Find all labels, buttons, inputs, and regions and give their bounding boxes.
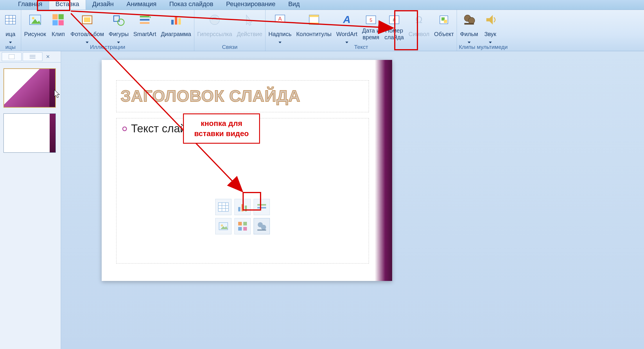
svg-marker-69	[54, 90, 59, 98]
svg-marker-42	[486, 15, 493, 25]
current-slide[interactable]: ЗАГОЛОВОК СЛАЙДА Текст слай	[102, 60, 392, 281]
ribbon-table-label: ица	[6, 27, 15, 41]
ribbon-wordart-button[interactable]: A WordArt	[335, 12, 358, 43]
dropdown-arrow-icon	[345, 42, 348, 43]
headerfooter-icon	[307, 13, 321, 27]
ribbon-smartart-button[interactable]: SmartArt	[132, 12, 157, 41]
content-insert-icons	[215, 199, 270, 234]
ribbon-textbox-button[interactable]: A Надпись	[267, 12, 293, 43]
panel-tab-slides[interactable]	[2, 52, 21, 61]
insert-chart-icon[interactable]	[234, 199, 251, 215]
sound-icon	[483, 13, 497, 27]
slideno-icon: #	[387, 13, 401, 27]
ribbon-headerfooter-button[interactable]: Колонтитулы	[295, 12, 333, 41]
shapes-icon	[112, 13, 125, 27]
group-label-text: Текст	[267, 43, 455, 50]
panel-close-button[interactable]: ×	[44, 52, 52, 61]
svg-text:5: 5	[369, 17, 372, 23]
ribbon-textbox-label: Надпись	[268, 27, 292, 41]
svg-rect-60	[238, 222, 242, 226]
object-icon	[437, 13, 451, 27]
svg-rect-38	[444, 20, 447, 23]
insert-picture-icon[interactable]	[215, 218, 232, 234]
svg-text:Ω: Ω	[415, 14, 423, 25]
ribbon-table-button[interactable]: ица	[2, 12, 19, 43]
ribbon-picture-button[interactable]: Рисунок	[23, 12, 47, 41]
annotation-label: кнопка для вставки видео	[183, 113, 260, 144]
dropdown-arrow-icon	[279, 42, 281, 43]
svg-rect-22	[178, 18, 181, 25]
ribbon-clip-label: Клип	[52, 27, 65, 41]
group-label-illustrations: Иллюстрации	[23, 43, 192, 50]
group-label-media: Клипы мультимеди	[459, 43, 507, 50]
ribbon-smartart-label: SmartArt	[133, 27, 156, 41]
svg-point-58	[221, 224, 223, 227]
ribbon-symbol-label: Символ	[408, 27, 429, 41]
svg-rect-54	[245, 206, 247, 211]
ribbon-group-tables: ица ицы	[0, 10, 21, 51]
group-label-tables: ицы	[2, 43, 19, 50]
svg-point-15	[118, 19, 124, 25]
ribbon-clip-button[interactable]: Клип	[49, 12, 67, 41]
group-label-links: Связи	[196, 43, 263, 50]
dropdown-arrow-icon	[468, 42, 471, 43]
insert-clipart-icon[interactable]	[234, 218, 251, 234]
textbox-icon: A	[273, 13, 287, 27]
ribbon-shapes-button[interactable]: Фигуры	[107, 12, 130, 43]
ribbon-photoalbum-button[interactable]: Фотоальбом	[69, 12, 105, 43]
title-placeholder[interactable]: ЗАГОЛОВОК СЛАЙДА	[116, 80, 369, 112]
svg-rect-16	[140, 16, 150, 17]
dropdown-arrow-icon	[117, 42, 120, 43]
panel-tab-outline[interactable]	[23, 52, 42, 61]
ribbon-slideno-button[interactable]: # Номер слайда	[383, 12, 405, 41]
ribbon-datetime-button[interactable]: 5 Дата и время	[361, 12, 381, 41]
svg-marker-19	[150, 17, 151, 18]
slide-thumbnail-2[interactable]	[3, 113, 56, 153]
slide-thumbnail-1[interactable]	[3, 68, 56, 108]
ribbon-hyperlink-label: Гиперссылка	[197, 27, 232, 41]
ribbon-sound-label: Звук	[484, 27, 496, 41]
tab-review[interactable]: Рецензирование	[220, 0, 282, 10]
ribbon-object-button[interactable]: Объект	[433, 12, 455, 41]
smartart-icon	[138, 13, 152, 27]
tab-home[interactable]: Главная	[12, 0, 49, 10]
tab-animation[interactable]: Анимация	[120, 0, 163, 10]
tab-design[interactable]: Дизайн	[86, 0, 120, 10]
ribbon-shapes-label: Фигуры	[109, 27, 129, 41]
svg-rect-8	[53, 14, 58, 19]
ribbon-slideno-label: Номер слайда	[384, 27, 404, 41]
ribbon-object-label: Объект	[434, 27, 454, 41]
svg-text:A: A	[343, 14, 351, 25]
action-icon	[243, 13, 256, 27]
insert-media-icon[interactable]	[254, 218, 270, 234]
tab-slideshow[interactable]: Показ слайдов	[163, 0, 220, 10]
svg-point-40	[468, 17, 475, 24]
ribbon-movie-button[interactable]: Фильм	[459, 12, 479, 43]
ribbon-group-illustrations: Рисунок Клип Фотоальбом Фигуры	[21, 10, 194, 51]
chart-icon	[169, 13, 183, 27]
tab-view[interactable]: Вид	[282, 0, 306, 10]
ribbon-wordart-label: WordArt	[336, 27, 357, 41]
ribbon-group-media: Фильм Звук Клипы мультимеди	[457, 10, 509, 51]
insert-smartart-icon[interactable]	[254, 199, 270, 215]
movie-icon	[462, 13, 476, 27]
clip-icon	[51, 13, 65, 27]
ribbon-chart-button[interactable]: Диаграмма	[160, 12, 192, 41]
dropdown-arrow-icon	[9, 42, 12, 43]
photoalbum-icon	[80, 13, 94, 27]
svg-rect-17	[140, 19, 150, 21]
svg-rect-11	[59, 20, 64, 25]
tab-insert[interactable]: Вставка	[49, 0, 86, 10]
insert-table-icon[interactable]	[215, 199, 232, 215]
slide-body-text: Текст слай	[131, 122, 186, 135]
svg-marker-24	[246, 15, 252, 26]
wordart-icon: A	[340, 13, 354, 27]
outline-icon	[30, 55, 35, 59]
ribbon-sound-button[interactable]: Звук	[482, 12, 499, 43]
ribbon-action-label: Действие	[237, 27, 262, 41]
svg-rect-55	[257, 204, 266, 206]
svg-rect-63	[243, 227, 247, 231]
ribbon-insert: ица ицы Рисунок Клип	[0, 10, 644, 51]
svg-rect-61	[243, 222, 247, 226]
svg-text:A: A	[278, 16, 282, 22]
